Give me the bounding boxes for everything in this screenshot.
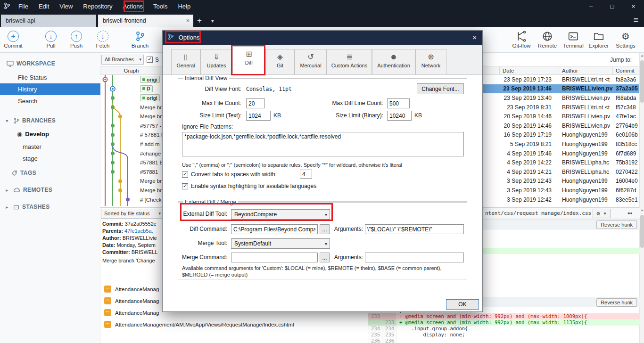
commit-detail-line: Parents: 47fe1acb5a,	[102, 228, 157, 235]
size-limit-text-input[interactable]	[246, 111, 271, 121]
commit-detail-line: Author: BRISWELL\vie	[102, 235, 157, 242]
new-tab-button[interactable]: +	[197, 15, 202, 27]
commit-date-cell: 20 Sep 2019 14:46	[500, 113, 559, 120]
menu-item-actions[interactable]: Actions	[117, 0, 148, 13]
sort-files-dropdown[interactable]: Sorted by file status	[101, 209, 163, 219]
diff-arguments-label: Arguments:	[333, 224, 363, 234]
diff-line: 233 - @media screen and (min-width: 992p…	[368, 313, 640, 319]
commit-author-cell: HuongNguyen199	[559, 150, 613, 157]
old-line-number: 236	[368, 338, 382, 343]
pull-button[interactable]: ↓ Pull	[40, 30, 62, 49]
menu-item-tools[interactable]: Tools	[148, 0, 173, 13]
tab-updates[interactable]: ⇓ Updates	[200, 49, 232, 74]
external-diff-tool-dropdown[interactable]: BeyondCompare	[231, 209, 330, 220]
column-header-commit[interactable]: Commit	[613, 67, 639, 75]
column-header-author[interactable]: Author	[559, 67, 613, 75]
sidebar-item-file-status[interactable]: File Status	[0, 72, 100, 83]
scrollbar-thumb[interactable]	[640, 215, 644, 248]
size-limit-binary-input[interactable]	[387, 111, 412, 121]
repo-tab-briswell-api[interactable]: briswell-api	[1, 15, 96, 27]
show-remote-checkbox[interactable]	[147, 57, 153, 63]
tab-custom-actions[interactable]: ≣ Custom Actions	[327, 49, 372, 74]
commit-author-cell: BRISWELL\pha.hc	[559, 159, 613, 166]
max-file-count-input[interactable]	[246, 98, 265, 108]
push-button[interactable]: ↑ Push	[65, 30, 88, 49]
remotes-header[interactable]: ▸ REMOTES	[0, 185, 100, 195]
menu-item-edit[interactable]: Edit	[33, 0, 54, 13]
tab-network[interactable]: ⊕ Network	[415, 49, 446, 74]
scroll-up-icon[interactable]: ▲	[640, 208, 644, 212]
sidebar-branch-develop[interactable]: ◉Develop	[0, 128, 100, 140]
tab-authentication[interactable]: ☻ Authentication	[372, 49, 415, 74]
syntax-highlight-checkbox[interactable]	[182, 183, 188, 189]
diff-command-input[interactable]	[231, 224, 318, 234]
sourcetree-logo-icon	[0, 2, 13, 11]
hamburger-menu-icon[interactable]: ≡	[633, 13, 638, 27]
diff-options-gear-dropdown[interactable]: ⚙ ▾	[593, 209, 611, 218]
merge-tool-dropdown[interactable]: SystemDefault	[231, 238, 330, 249]
column-header-date[interactable]: Date	[500, 67, 559, 75]
menu-item-view[interactable]: View	[54, 0, 78, 13]
sidebar-branch-stage[interactable]: stage	[0, 153, 100, 164]
explorer-button[interactable]: Explorer	[586, 30, 611, 49]
reverse-hunk-button[interactable]: Reverse hunk	[596, 298, 637, 307]
commit-hash-cell: fa8a3a6	[613, 76, 639, 83]
repo-tab-briswell-frontend[interactable]: briswell-frontend ×	[98, 15, 193, 27]
branch-filter-dropdown[interactable]: All Branches	[101, 55, 144, 65]
commit-detail-value: 37a2a05552e	[125, 221, 157, 227]
tab-diff[interactable]: ⊞ Diff	[232, 46, 265, 74]
sidebar-branch-master[interactable]: master	[0, 141, 100, 153]
size-limit-text-label: Size Limit (Text):	[182, 111, 241, 121]
file-row[interactable]: ··· AttendanceManagement/AM.MvcApp/Views…	[100, 318, 368, 330]
terminal-icon	[561, 30, 586, 43]
sidebar-item-history[interactable]: History	[0, 83, 100, 95]
ignore-file-patterns-textarea[interactable]: *package-lock.json,*gemfile.lock,*podfil…	[182, 132, 464, 156]
close-button[interactable]: ×	[623, 0, 644, 13]
commit-detail-line: Committer: BRISWELL	[102, 249, 157, 256]
scroll-up-icon[interactable]: ▲	[640, 54, 644, 57]
tab-close-icon[interactable]: ×	[186, 15, 190, 27]
diff-arguments-input[interactable]	[365, 224, 464, 234]
scrollbar-thumb[interactable]	[640, 60, 644, 103]
branches-header[interactable]: ▾ BRANCHES	[0, 115, 100, 126]
vertical-scrollbar[interactable]: ▲ ▲	[639, 53, 644, 343]
commit-button[interactable]: + Commit	[0, 30, 26, 49]
dialog-close-icon[interactable]: ×	[472, 31, 477, 45]
diff-command-browse-button[interactable]: ...	[320, 224, 330, 234]
commit-hash-cell: 83ee5e1	[613, 196, 639, 203]
menu-item-help[interactable]: Help	[173, 0, 196, 13]
max-diff-line-count-input[interactable]	[387, 98, 410, 108]
tab-general[interactable]: ▯ General	[171, 49, 200, 74]
maximize-button[interactable]: □	[602, 0, 623, 13]
sidebar-item-search[interactable]: Search	[0, 95, 100, 107]
stashes-header[interactable]: ▸ STASHES	[0, 202, 100, 212]
change-font-button[interactable]: Change Font...	[417, 83, 464, 94]
column-header-graph[interactable]: Graph	[100, 67, 163, 75]
commit-graph	[100, 75, 140, 206]
menu-item-repository[interactable]: Repository	[78, 0, 117, 13]
tags-header[interactable]: TAGS	[0, 168, 100, 178]
merge-arguments-input[interactable]	[365, 253, 464, 262]
merge-command-input[interactable]	[231, 253, 318, 262]
menu-item-file[interactable]: File	[13, 0, 33, 13]
tab-width-input[interactable]	[300, 170, 312, 179]
remote-button[interactable]: Remote	[535, 30, 560, 49]
fetch-button[interactable]: ↓ Fetch	[91, 30, 115, 49]
workspace-header: WORKSPACE	[0, 58, 100, 69]
merge-command-browse-button[interactable]: ...	[320, 253, 330, 262]
commit-date-cell: 4 Sep 2019 14:21	[500, 169, 559, 175]
minimize-button[interactable]: –	[580, 0, 602, 13]
branch-button[interactable]: Branch	[126, 30, 154, 49]
ok-button[interactable]: OK	[446, 299, 479, 310]
settings-button[interactable]: ⚙ Settings	[613, 30, 638, 49]
tab-mercurial[interactable]: ↺ Mercurial	[295, 49, 327, 74]
terminal-button[interactable]: Terminal	[561, 30, 586, 49]
tab-git[interactable]: ◈ Git	[265, 49, 295, 74]
commit-author-cell: BRISWELL\vien.pv	[559, 113, 613, 120]
diff-more-menu-icon[interactable]: ⋯	[627, 208, 632, 219]
reverse-hunk-button[interactable]: Reverse hunk	[596, 220, 637, 229]
gitflow-button[interactable]: Git-flow	[509, 30, 534, 49]
convert-tabs-checkbox[interactable]	[182, 172, 188, 178]
tab-dropdown-icon[interactable]: ▾	[211, 15, 214, 27]
push-arrow-icon: ↑	[65, 30, 88, 43]
